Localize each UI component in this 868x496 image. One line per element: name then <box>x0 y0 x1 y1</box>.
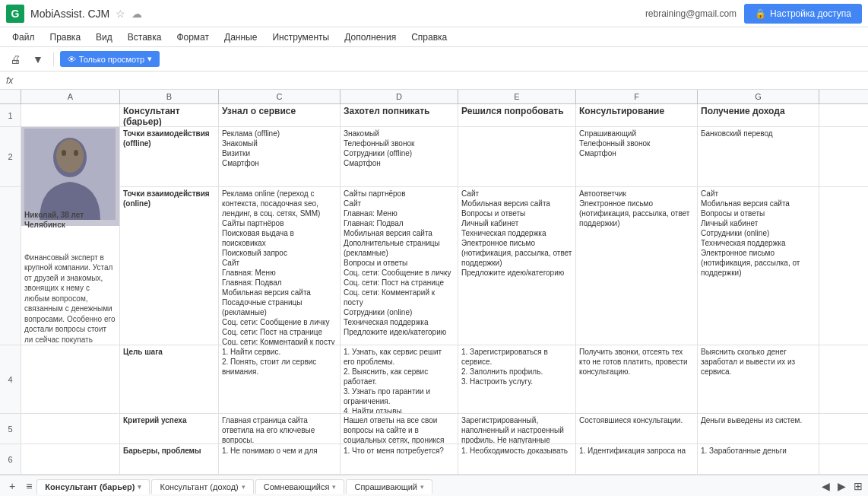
table-row: 5 Критерий успеха Главная страница сайта… <box>0 414 868 444</box>
table-row: Николай, 38 лет Челябинск Финансовый экс… <box>0 187 868 345</box>
col-header-f[interactable]: F <box>576 90 698 103</box>
toolbar: 🖨 ▼ 👁 Только просмотр ▾ <box>0 47 868 72</box>
cell-6d[interactable]: 1. Что от меня потребуется? <box>341 444 458 474</box>
sheet-tab-1[interactable]: Консультант (доход) ▾ <box>151 479 253 494</box>
cell-2ba[interactable]: Николай, 38 лет Челябинск Финансовый экс… <box>21 187 120 345</box>
menu-help[interactable]: Справка <box>405 30 453 44</box>
cell-4d[interactable]: 1. Узнать, как сервис решит его проблемы… <box>341 345 458 413</box>
formula-input[interactable] <box>17 75 862 86</box>
menu-view[interactable]: Вид <box>90 30 119 44</box>
cell-1b[interactable]: Консультант (барьер) <box>120 104 219 126</box>
filter-icon[interactable]: ▼ <box>29 51 47 68</box>
top-bar: G MobiAssist. CJM ☆ ☁ rebraining@gmail.c… <box>0 0 868 27</box>
spreadsheet: A B C D E F G 1 Консультант (барьер) Узн… <box>0 90 868 475</box>
cloud-icon[interactable]: ☁ <box>131 8 142 20</box>
cell-4e[interactable]: 1. Зарегистрироваться в сервисе. 2. Запо… <box>458 345 576 413</box>
cell-4a[interactable] <box>21 345 120 413</box>
col-header-d[interactable]: D <box>341 90 458 103</box>
cell-2bb[interactable]: Точки взаимодействия (online) <box>120 187 219 345</box>
cell-6g[interactable]: 1. Заработанные деньги <box>698 444 819 474</box>
col-header-g[interactable]: G <box>698 90 819 103</box>
cell-2e[interactable] <box>458 127 576 186</box>
tab-0-arrow: ▾ <box>138 483 141 491</box>
star-icon[interactable]: ☆ <box>116 8 125 20</box>
row-num-2: 2 <box>0 127 21 186</box>
cell-2f[interactable]: Спрашивающий Телефонный звонок Смартфон <box>576 127 698 186</box>
cell-2be[interactable]: Сайт Мобильная версия сайта Вопросы и от… <box>458 187 576 345</box>
sheet-tab-2-label: Сомневающийся <box>264 482 330 491</box>
cell-4f[interactable]: Получить звонки, отсеять тех кто не гото… <box>576 345 698 413</box>
menu-data[interactable]: Данные <box>218 30 263 44</box>
bottom-tabs: + ≡ Консультант (барьер) ▾ Консультант (… <box>0 475 868 496</box>
sheet-tab-0-label: Консультант (барьер) <box>45 482 135 491</box>
cell-2b[interactable]: Точки взаимодействия (offline) <box>120 127 219 186</box>
cell-2g[interactable]: Банковский перевод <box>698 127 819 186</box>
cell-1a[interactable] <box>21 104 120 126</box>
cell-5f[interactable]: Состоявшиеся консультации. <box>576 414 698 444</box>
column-headers: A B C D E F G <box>0 90 868 104</box>
add-sheet-icon[interactable]: + <box>3 477 21 495</box>
col-header-e[interactable]: E <box>458 90 576 103</box>
formula-bar: fx <box>0 72 868 90</box>
tab-2-arrow: ▾ <box>332 483 336 491</box>
cell-1g[interactable]: Получение дохода <box>698 104 819 126</box>
cell-5b[interactable]: Критерий успеха <box>120 414 219 444</box>
row-num-6: 6 <box>0 444 21 474</box>
top-bar-right: rebraining@gmail.com 🔒 Настройка доступа <box>645 4 862 24</box>
cell-6a[interactable] <box>21 444 120 474</box>
cell-5e[interactable]: Зарегистрированный, наполненный и настро… <box>458 414 576 444</box>
cell-1f[interactable]: Консультирование <box>576 104 698 126</box>
cell-6b[interactable]: Барьеры, проблемы <box>120 444 219 474</box>
cell-6f[interactable]: 1. Идентификация запроса на <box>576 444 698 474</box>
cell-5a[interactable] <box>21 414 120 444</box>
cell-4c[interactable]: 1. Найти сервис. 2. Понять, стоит ли сер… <box>219 345 341 413</box>
cell-1e[interactable]: Решился попробовать <box>458 104 576 126</box>
svg-point-3 <box>62 150 66 156</box>
scroll-right-icon[interactable]: ▶ <box>835 478 848 494</box>
cell-6e[interactable]: 1. Необходимость доказывать <box>458 444 576 474</box>
cell-5c[interactable]: Главная страница сайта ответила на его к… <box>219 414 341 444</box>
svg-point-4 <box>74 150 78 156</box>
zoom-icon[interactable]: ⊞ <box>851 478 865 494</box>
app-logo: G <box>6 5 24 23</box>
cell-2bd[interactable]: Сайты партнёров Сайт Главная: Меню Главн… <box>341 187 458 345</box>
table-row: 6 Барьеры, проблемы 1. Не понимаю о чем … <box>0 444 868 475</box>
menu-format[interactable]: Формат <box>170 30 215 44</box>
sheet-tab-2[interactable]: Сомневающийся ▾ <box>255 479 345 494</box>
user-email[interactable]: rebraining@gmail.com <box>645 8 737 19</box>
menu-tools[interactable]: Инструменты <box>266 30 335 44</box>
menu-addons[interactable]: Дополнения <box>338 30 402 44</box>
cell-5d[interactable]: Нашел ответы на все свои вопросы на сайт… <box>341 414 458 444</box>
col-header-c[interactable]: C <box>219 90 341 103</box>
row-num-header <box>0 90 21 103</box>
cell-1c[interactable]: Узнал о сервисе <box>219 104 341 126</box>
cell-4b[interactable]: Цель шага <box>120 345 219 413</box>
sheets-menu-icon[interactable]: ≡ <box>21 477 36 495</box>
cell-4g[interactable]: Выяснить сколько денег заработал и вывес… <box>698 345 819 413</box>
menu-file[interactable]: Файл <box>6 30 41 44</box>
cell-2bf[interactable]: Автоответчик Электронное письмо (нотифик… <box>576 187 698 345</box>
cell-5g[interactable]: Деньги выведены из систем. <box>698 414 819 444</box>
cell-2d[interactable]: Знакомый Телефонный звонок Сотрудники (o… <box>341 127 458 186</box>
cell-1d[interactable]: Захотел попникать <box>341 104 458 126</box>
cell-2bc[interactable]: Реклама online (переход с контекста, пос… <box>219 187 341 345</box>
logo-char: G <box>11 8 20 20</box>
sheet-tab-1-label: Консультант (доход) <box>160 482 238 491</box>
cell-6c[interactable]: 1. Не понимаю о чем и для <box>219 444 341 474</box>
print-icon[interactable]: 🖨 <box>6 51 24 68</box>
persona-name: Николай, 38 лет Челябинск <box>24 210 116 230</box>
menu-edit[interactable]: Правка <box>44 30 87 44</box>
scroll-left-icon[interactable]: ◀ <box>819 478 832 494</box>
sheet-tab-0[interactable]: Консультант (барьер) ▾ <box>36 479 150 494</box>
col-header-a[interactable]: A <box>21 90 120 103</box>
col-header-b[interactable]: B <box>120 90 219 103</box>
cell-2bg[interactable]: Сайт Мобильная версия сайта Вопросы и от… <box>698 187 819 345</box>
view-only-button[interactable]: 👁 Только просмотр ▾ <box>60 51 160 67</box>
row-num-5: 5 <box>0 414 21 444</box>
access-button[interactable]: 🔒 Настройка доступа <box>744 4 862 24</box>
sheet-tab-3[interactable]: Спрашивающий ▾ <box>346 479 432 494</box>
row-num-2b <box>0 187 21 345</box>
menu-insert[interactable]: Вставка <box>122 30 168 44</box>
cell-2c[interactable]: Реклама (offline) Знакомый Визитки Смарт… <box>219 127 341 186</box>
table-row: 2 Точки взаимодействия (offline) Реклама… <box>0 127 868 187</box>
